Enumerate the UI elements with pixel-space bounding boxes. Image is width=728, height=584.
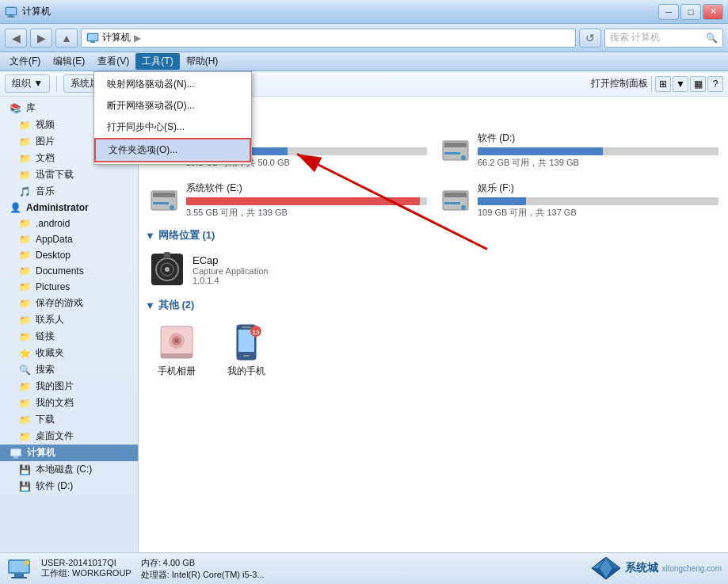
sidebar-item-android[interactable]: 📁 .android — [0, 216, 138, 231]
status-hardware-info: 内存: 4.00 GB 处理器: Intel(R) Core(TM) i5-3.… — [141, 557, 265, 581]
sidebar-item-search[interactable]: 🔍 搜索 — [0, 361, 138, 378]
open-sync-menu-item[interactable]: 打开同步中心(S)... — [94, 116, 251, 138]
title-bar-left: 计算机 — [5, 5, 51, 18]
help-button[interactable]: ? — [707, 76, 723, 92]
section-collapse-icon[interactable]: ▼ — [145, 230, 155, 242]
search-icon: 🔍 — [706, 32, 718, 44]
forward-button[interactable]: ▶ — [30, 29, 52, 48]
ecap-sub1: Capture Application — [192, 266, 268, 276]
sidebar-item-favorites[interactable]: ⭐ 收藏夹 — [0, 345, 138, 361]
svg-rect-48 — [11, 577, 27, 578]
folder-icon: 📁 — [19, 136, 31, 147]
drive-d-name: 软件 (D:) — [478, 132, 718, 145]
organize-button[interactable]: 组织 ▼ — [5, 74, 50, 93]
sidebar-item-thunder[interactable]: 📁 迅雷下载 — [0, 166, 138, 183]
refresh-button[interactable]: ↺ — [579, 29, 601, 48]
menu-file[interactable]: 文件(F) — [3, 53, 47, 70]
ecap-info: ECap Capture Application 1.0.1.4 — [192, 254, 268, 285]
sidebar-item-administrator[interactable]: 👤 Administrator — [0, 200, 138, 216]
open-control-panel[interactable]: 打开控制面板 — [591, 77, 648, 90]
svg-rect-41 — [243, 355, 250, 357]
ecap-item[interactable]: ECap Capture Application 1.0.1.4 — [145, 247, 722, 292]
folder-icon: 📁 — [19, 331, 31, 342]
drive-d-item[interactable]: 软件 (D:) 66.2 GB 可用，共 139 GB — [436, 128, 722, 172]
maximize-button[interactable]: □ — [680, 4, 701, 20]
svg-rect-26 — [444, 202, 460, 204]
up-button[interactable]: ▲ — [55, 29, 78, 48]
my-phone-item[interactable]: 13 我的手机 — [215, 317, 278, 384]
status-bar: USER-20141017QI 工作组: WORKGROUP 内存: 4.00 … — [0, 552, 728, 584]
svg-rect-18 — [444, 152, 460, 155]
item-label: Pictures — [36, 281, 70, 292]
svg-rect-20 — [153, 193, 175, 197]
drive-e-item[interactable]: 系统软件 (E:) 3.55 GB 可用，共 139 GB — [145, 178, 430, 222]
menu-tools[interactable]: 工具(T) — [135, 53, 179, 70]
close-button[interactable]: ✕ — [703, 4, 723, 20]
folder-icon: 📁 — [19, 170, 31, 181]
sidebar-item-computer[interactable]: 计算机 — [0, 445, 138, 461]
brand-logo-icon — [590, 555, 622, 581]
sidebar-item-saved-games[interactable]: 📁 保存的游戏 — [0, 295, 138, 311]
preview-pane-button[interactable]: ▦ — [690, 76, 706, 92]
svg-point-32 — [165, 267, 170, 272]
folder-icon: 📁 — [19, 281, 31, 292]
path-arrow: ▶ — [134, 32, 141, 44]
svg-point-25 — [461, 205, 466, 210]
address-path[interactable]: 计算机 ▶ — [81, 29, 576, 48]
svg-rect-38 — [161, 353, 192, 358]
ecap-sub2: 1.0.1.4 — [192, 276, 268, 285]
brand-area: 系统城 xitongcheng.com — [590, 555, 722, 581]
disk-icon: 💾 — [19, 481, 31, 492]
folder-icon: 📁 — [19, 315, 31, 326]
disconnect-drive-menu-item[interactable]: 断开网络驱动器(D)... — [94, 95, 251, 116]
back-button[interactable]: ◀ — [5, 29, 27, 48]
status-workgroup: 工作组: WORKGROUP — [41, 567, 131, 579]
item-label: 收藏夹 — [36, 346, 64, 360]
view-mode-button[interactable]: ⊞ — [655, 76, 671, 92]
sidebar-item-documents2[interactable]: 📁 Documents — [0, 263, 138, 279]
title-controls: ─ □ ✕ — [658, 4, 723, 20]
sidebar-item-my-docs[interactable]: 📁 我的文档 — [0, 395, 138, 411]
status-user-info: USER-20141017QI 工作组: WORKGROUP — [41, 558, 131, 579]
phone-album-item[interactable]: 手机相册 — [145, 317, 208, 384]
sidebar-item-desktop-files[interactable]: 📁 桌面文件 — [0, 428, 138, 445]
my-phone-icon: 13 — [227, 323, 265, 361]
drive-f-item[interactable]: 娱乐 (F:) 109 GB 可用，共 137 GB — [436, 178, 722, 222]
menu-view[interactable]: 查看(V) — [91, 53, 135, 70]
item-label: 图片 — [36, 135, 55, 148]
sidebar-item-contacts[interactable]: 📁 联系人 — [0, 311, 138, 328]
sidebar-item-links[interactable]: 📁 链接 — [0, 328, 138, 345]
menu-help[interactable]: 帮助(H) — [180, 53, 225, 70]
drive-e-size: 3.55 GB 可用，共 139 GB — [186, 207, 427, 219]
item-label: 文档 — [36, 151, 55, 165]
drive-e-name: 系统软件 (E:) — [186, 181, 427, 195]
sidebar-item-desktop[interactable]: 📁 Desktop — [0, 247, 138, 263]
sidebar-item-software-d[interactable]: 💾 软件 (D:) — [0, 478, 138, 494]
section-collapse-icon[interactable]: ▼ — [145, 300, 155, 311]
item-label: 音乐 — [36, 185, 55, 198]
folder-icon: 📁 — [19, 234, 31, 245]
user-icon: 👤 — [10, 202, 21, 213]
search-box[interactable]: 搜索 计算机 🔍 — [604, 29, 723, 48]
sidebar-item-pictures2[interactable]: 📁 Pictures — [0, 279, 138, 295]
folder-icon: 📁 — [19, 381, 31, 392]
library-label: 库 — [26, 101, 36, 115]
view-mode-2-button[interactable]: ▼ — [673, 76, 688, 92]
drive-d-bar-bg — [478, 147, 718, 155]
sidebar: 📚 库 📁 视频 📁 图片 📁 文档 📁 迅雷下载 🎵 音乐 👤 Adminis… — [0, 97, 139, 552]
drive-d-bar-fill — [478, 147, 603, 155]
drive-f-bar-fill — [478, 197, 526, 205]
menu-edit[interactable]: 编辑(E) — [47, 53, 91, 70]
sidebar-item-my-pictures[interactable]: 📁 我的图片 — [0, 378, 138, 395]
map-drive-menu-item[interactable]: 映射网络驱动器(N)... — [94, 74, 251, 95]
sidebar-item-local-disk-c[interactable]: 💾 本地磁盘 (C:) — [0, 461, 138, 478]
sidebar-item-appdata[interactable]: 📁 AppData — [0, 231, 138, 247]
item-label: Administrator — [26, 202, 89, 213]
folder-icon: 📁 — [19, 431, 31, 442]
sidebar-item-downloads[interactable]: 📁 下载 — [0, 411, 138, 428]
minimize-button[interactable]: ─ — [658, 4, 679, 20]
sidebar-item-music[interactable]: 🎵 音乐 — [0, 183, 138, 200]
item-label: 链接 — [36, 330, 55, 343]
svg-rect-9 — [13, 456, 18, 458]
folder-options-menu-item[interactable]: 文件夹选项(O)... — [94, 138, 251, 162]
